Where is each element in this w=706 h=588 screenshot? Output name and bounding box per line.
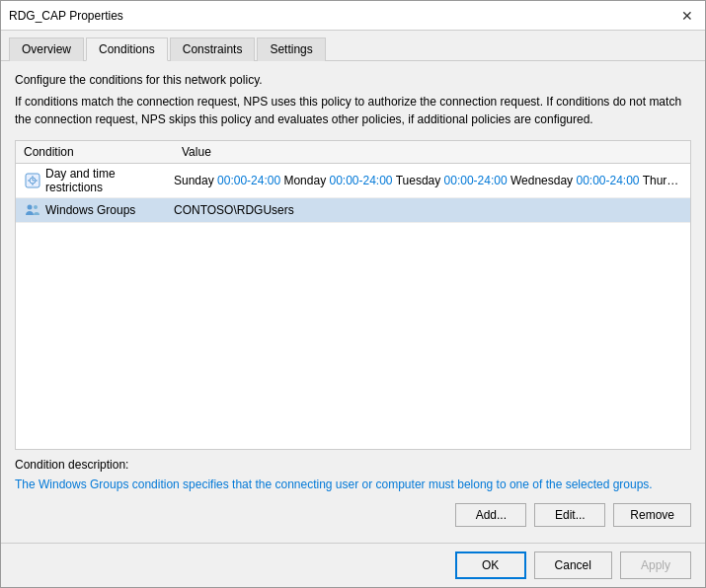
col-header-value: Value <box>182 145 682 159</box>
description-detail: If conditions match the connection reque… <box>15 93 691 128</box>
condition-cell-1: Day and time restrictions <box>24 167 174 194</box>
condition-cell-2: Windows Groups <box>24 201 174 219</box>
svg-point-8 <box>28 205 33 210</box>
cancel-button[interactable]: Cancel <box>534 551 612 579</box>
tab-overview[interactable]: Overview <box>9 37 84 61</box>
edit-button[interactable]: Edit... <box>534 503 605 527</box>
apply-button[interactable]: Apply <box>620 551 691 579</box>
condition-name-2: Windows Groups <box>45 203 135 217</box>
ok-button[interactable]: OK <box>455 551 526 579</box>
tab-constraints[interactable]: Constraints <box>170 37 256 61</box>
table-header: Condition Value <box>16 141 690 164</box>
description-top: Configure the conditions for this networ… <box>15 73 691 87</box>
close-button[interactable]: ✕ <box>677 8 697 24</box>
condition-description-text: The Windows Groups condition specifies t… <box>15 476 691 493</box>
clock-icon <box>24 172 41 189</box>
properties-window: RDG_CAP Properties ✕ Overview Conditions… <box>0 0 706 588</box>
svg-point-9 <box>34 205 38 209</box>
value-cell-2: CONTOSO\RDGUsers <box>174 203 682 217</box>
value-cell-1: Sunday 00:00-24:00 Monday 00:00-24:00 Tu… <box>174 174 682 187</box>
tab-conditions[interactable]: Conditions <box>86 37 168 61</box>
window-title: RDG_CAP Properties <box>9 9 123 23</box>
conditions-table: Condition Value <box>15 140 691 450</box>
action-buttons: Add... Edit... Remove <box>15 503 691 531</box>
footer-buttons: OK Cancel Apply <box>1 543 705 587</box>
table-row[interactable]: Windows Groups CONTOSO\RDGUsers <box>16 198 690 223</box>
tab-settings[interactable]: Settings <box>257 37 325 61</box>
title-bar: RDG_CAP Properties ✕ <box>1 1 705 31</box>
condition-name-1: Day and time restrictions <box>45 167 174 194</box>
group-icon <box>24 201 41 219</box>
table-row[interactable]: Day and time restrictions Sunday 00:00-2… <box>16 164 690 198</box>
condition-description-label: Condition description: <box>15 458 691 472</box>
condition-description-section: Condition description: The Windows Group… <box>15 458 691 493</box>
tab-bar: Overview Conditions Constraints Settings <box>1 31 705 61</box>
add-button[interactable]: Add... <box>455 503 526 527</box>
col-header-condition: Condition <box>24 145 182 159</box>
remove-button[interactable]: Remove <box>613 503 691 527</box>
main-content: Configure the conditions for this networ… <box>1 61 705 543</box>
